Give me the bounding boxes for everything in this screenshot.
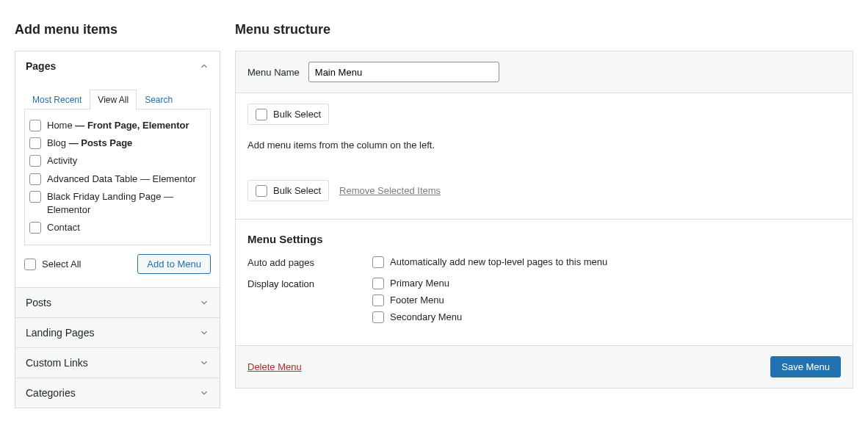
page-checkbox[interactable] xyxy=(29,191,41,203)
page-checkbox[interactable] xyxy=(29,155,41,167)
accordion-title-landing-pages: Landing Pages xyxy=(26,327,94,339)
page-label: Advanced Data Table — Elementor xyxy=(47,173,206,186)
page-checkbox[interactable] xyxy=(29,120,41,131)
location-primary[interactable]: Primary Menu xyxy=(372,277,462,289)
pages-list[interactable]: Home — Front Page, Elementor Blog — Post… xyxy=(24,109,211,245)
accordion-item-pages: Pages Most Recent View All Search xyxy=(15,51,220,287)
caret-down-icon xyxy=(199,358,209,368)
bulk-select-top-label[interactable]: Bulk Select xyxy=(247,104,329,125)
page-label: Home — Front Page, Elementor xyxy=(47,119,206,132)
auto-add-option[interactable]: Automatically add new top-level pages to… xyxy=(372,256,607,268)
accordion-header-categories[interactable]: Categories xyxy=(15,378,220,408)
page-label: Activity xyxy=(47,154,206,167)
display-location-label: Display location xyxy=(247,277,343,328)
menu-name-row: Menu Name xyxy=(236,51,853,93)
menu-body: Bulk Select Add menu items from the colu… xyxy=(236,93,853,345)
caret-down-icon xyxy=(199,388,209,398)
menu-structure-column: Menu structure Menu Name Bulk Select Add… xyxy=(235,15,853,408)
page-label: Contact xyxy=(47,221,206,234)
select-all-text: Select All xyxy=(42,259,81,270)
menu-settings-heading: Menu Settings xyxy=(247,233,841,245)
accordion-header-landing-pages[interactable]: Landing Pages xyxy=(15,318,220,347)
accordion-item-landing-pages: Landing Pages xyxy=(15,317,220,347)
bulk-select-top-checkbox[interactable] xyxy=(256,109,267,120)
add-menu-items-column: Add menu items Pages Most Recent View Al… xyxy=(15,15,220,408)
add-menu-items-heading: Add menu items xyxy=(15,22,220,37)
display-location-options: Primary Menu Footer Menu Secondary Menu xyxy=(372,277,462,328)
menu-name-input[interactable] xyxy=(308,62,499,82)
location-primary-checkbox[interactable] xyxy=(372,278,384,289)
location-secondary[interactable]: Secondary Menu xyxy=(372,311,462,323)
list-item: Blog — Posts Page xyxy=(29,134,206,152)
accordion-title-categories: Categories xyxy=(26,387,76,399)
select-all-label[interactable]: Select All xyxy=(24,258,81,270)
display-location-row: Display location Primary Menu Footer Men… xyxy=(247,277,841,328)
auto-add-text: Automatically add new top-level pages to… xyxy=(390,256,607,267)
location-secondary-text: Secondary Menu xyxy=(390,311,462,322)
menu-structure-heading: Menu structure xyxy=(235,22,853,37)
accordion: Pages Most Recent View All Search xyxy=(15,51,220,408)
accordion-title-custom-links: Custom Links xyxy=(26,357,88,369)
location-secondary-checkbox[interactable] xyxy=(372,311,384,323)
menu-name-label: Menu Name xyxy=(247,67,300,78)
list-item: Activity xyxy=(29,152,206,170)
auto-add-options: Automatically add new top-level pages to… xyxy=(372,256,607,272)
accordion-title-posts: Posts xyxy=(26,297,51,308)
accordion-item-posts: Posts xyxy=(15,287,220,317)
auto-add-row: Auto add pages Automatically add new top… xyxy=(247,256,841,272)
select-all-checkbox[interactable] xyxy=(24,259,36,270)
pages-tabs: Most Recent View All Search xyxy=(24,90,211,109)
location-footer-text: Footer Menu xyxy=(390,295,444,306)
list-item: Advanced Data Table — Elementor xyxy=(29,170,206,188)
page-checkbox[interactable] xyxy=(29,137,41,149)
location-footer-checkbox[interactable] xyxy=(372,295,384,306)
page-label: Black Friday Landing Page — Elementor xyxy=(47,190,206,217)
caret-up-icon xyxy=(199,61,209,71)
select-all-row: Select All Add to Menu xyxy=(24,245,211,278)
bulk-select-top-text: Bulk Select xyxy=(273,109,321,120)
accordion-title-pages: Pages xyxy=(26,60,56,72)
tab-view-all[interactable]: View All xyxy=(90,90,137,109)
location-primary-text: Primary Menu xyxy=(390,278,449,289)
tab-search[interactable]: Search xyxy=(137,90,181,109)
save-menu-button[interactable]: Save Menu xyxy=(770,356,841,377)
accordion-item-custom-links: Custom Links xyxy=(15,347,220,377)
bulk-select-bottom-text: Bulk Select xyxy=(273,185,321,196)
page-checkbox[interactable] xyxy=(29,222,41,234)
menu-footer: Delete Menu Save Menu xyxy=(236,345,853,388)
auto-add-label: Auto add pages xyxy=(247,256,343,272)
add-to-menu-button[interactable]: Add to Menu xyxy=(137,254,211,274)
accordion-item-categories: Categories xyxy=(15,377,220,408)
tab-most-recent[interactable]: Most Recent xyxy=(24,90,90,109)
page-checkbox[interactable] xyxy=(29,173,41,185)
bulk-select-bottom-checkbox[interactable] xyxy=(256,185,267,197)
accordion-header-posts[interactable]: Posts xyxy=(15,288,220,317)
remove-selected-link[interactable]: Remove Selected Items xyxy=(339,185,441,196)
menu-panel: Menu Name Bulk Select Add menu items fro… xyxy=(235,51,853,389)
caret-down-icon xyxy=(199,297,209,308)
list-item: Home — Front Page, Elementor xyxy=(29,117,206,134)
bulk-select-bottom: Bulk Select Remove Selected Items xyxy=(247,180,841,201)
accordion-header-pages[interactable]: Pages xyxy=(15,51,220,81)
page-label: Blog — Posts Page xyxy=(47,137,206,150)
list-item: Black Friday Landing Page — Elementor xyxy=(29,188,206,219)
caret-down-icon xyxy=(199,328,209,338)
menu-settings-section: Menu Settings Auto add pages Automatical… xyxy=(236,219,853,335)
location-footer[interactable]: Footer Menu xyxy=(372,294,462,306)
list-item: Contact xyxy=(29,219,206,236)
accordion-header-custom-links[interactable]: Custom Links xyxy=(15,348,220,377)
bulk-select-top: Bulk Select xyxy=(247,104,841,125)
accordion-body-pages: Most Recent View All Search Home — Front… xyxy=(15,81,220,287)
empty-menu-hint: Add menu items from the column on the le… xyxy=(247,140,841,151)
bulk-select-bottom-label[interactable]: Bulk Select xyxy=(247,180,329,201)
delete-menu-link[interactable]: Delete Menu xyxy=(247,361,302,372)
auto-add-checkbox[interactable] xyxy=(372,256,384,268)
